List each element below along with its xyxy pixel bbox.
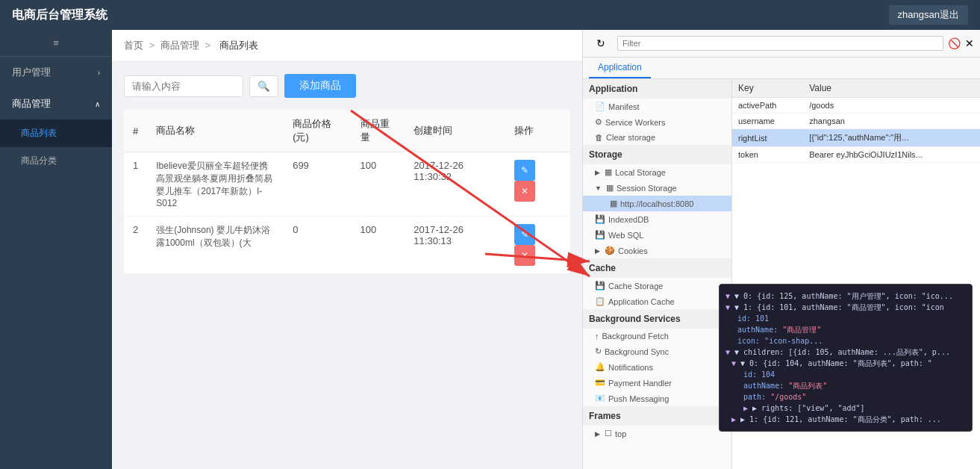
- edit-button[interactable]: ✎: [514, 160, 535, 181]
- triangle-cookies-icon: ▶: [595, 247, 600, 255]
- breadcrumb-home[interactable]: 首页: [124, 40, 143, 51]
- chevron-down-icon: ∧: [95, 100, 100, 108]
- refresh-icon: ↻: [596, 37, 605, 49]
- localhost-icon: ▦: [610, 199, 617, 208]
- cell-id: 1: [124, 152, 147, 217]
- storage-value: /goods: [803, 98, 980, 114]
- devtools-filter-input[interactable]: [617, 36, 943, 51]
- dt-local-storage[interactable]: ▶ ▦ Local Storage: [583, 164, 731, 180]
- search-icon: 🔍: [258, 81, 270, 92]
- triangle-right-icon: ▶: [595, 169, 600, 176]
- storage-key: rightList: [732, 129, 803, 147]
- frames-top-icon: ☐: [605, 429, 612, 438]
- search-input[interactable]: [124, 75, 243, 97]
- devtools-clear-button[interactable]: 🚫: [948, 37, 961, 49]
- breadcrumb: 首页 > 商品管理 > 商品列表: [112, 30, 582, 62]
- chevron-right-icon: ›: [98, 69, 100, 77]
- edit-button[interactable]: ✎: [514, 224, 535, 245]
- dt-frames-top[interactable]: ▶ ☐ top: [583, 426, 731, 441]
- code-line-1: ▼ ▼ 0: {id: 125, authName: "用户管理", icon:…: [725, 291, 966, 302]
- devtools-header: ↻ 🚫 ✕: [583, 30, 980, 58]
- code-line-8: id: 104: [725, 369, 966, 380]
- delete-button[interactable]: ✕: [514, 181, 535, 202]
- storage-value: zhangsan: [803, 114, 980, 129]
- application-cache-icon: 📋: [595, 296, 605, 306]
- dt-background-fetch[interactable]: ↑ Background Fetch: [583, 329, 731, 344]
- dt-cookies[interactable]: ▶ 🍪 Cookies: [583, 243, 731, 258]
- background-sync-icon: ↻: [595, 347, 602, 356]
- sidebar-item-users[interactable]: 用户管理 ›: [0, 57, 112, 88]
- storage-key: username: [732, 114, 803, 129]
- dt-clear-storage[interactable]: 🗑 Clear storage: [583, 130, 731, 145]
- dt-web-sql[interactable]: 💾 Web SQL: [583, 227, 731, 243]
- app-header: 电商后台管理系统 zhangsan退出: [0, 0, 980, 30]
- dt-session-storage[interactable]: ▼ ▦ Session Storage: [583, 180, 731, 196]
- dt-indexed-db[interactable]: 💾 IndexedDB: [583, 211, 731, 227]
- push-messaging-icon: 📧: [595, 394, 605, 403]
- payment-handler-icon: 💳: [595, 378, 605, 388]
- code-line-11: ▶ ▶ rights: ["view", "add"]: [725, 403, 966, 414]
- notifications-icon: 🔔: [595, 362, 605, 372]
- tab-application[interactable]: Application: [589, 58, 651, 78]
- cell-created: 2017-12-26 11:30:32: [405, 152, 505, 217]
- col-商品价格(元): 商品价格(元): [284, 110, 351, 152]
- search-button[interactable]: 🔍: [249, 75, 278, 97]
- cell-created: 2017-12-26 11:30:13: [405, 217, 505, 274]
- dt-background-sync[interactable]: ↻ Background Sync: [583, 344, 731, 359]
- dt-localhost[interactable]: ▦ http://localhost:8080: [583, 196, 731, 211]
- devtools-close-button[interactable]: ✕: [965, 37, 974, 49]
- cookies-icon: 🍪: [605, 246, 615, 255]
- sidebar-item-goods[interactable]: 商品管理 ∧: [0, 88, 112, 119]
- storage-row[interactable]: rightList [{"id":125,"authName":"用...: [732, 129, 980, 147]
- products-table: #商品名称商品价格(元)商品重量创建时间操作 1 Ibelieve爱贝丽全车超轻…: [124, 110, 570, 274]
- dt-service-workers[interactable]: ⚙ Service Workers: [583, 114, 731, 130]
- cell-name: 强生(Johnson) 婴儿牛奶沐浴露1000ml（双包装）(大: [147, 217, 284, 274]
- cell-weight: 100: [352, 217, 405, 274]
- table-body: 1 Ibelieve爱贝丽全车超轻便携高景观坐躺冬夏两用折叠简易婴儿推车（201…: [124, 152, 570, 274]
- cell-id: 2: [124, 217, 147, 274]
- dt-application-cache[interactable]: 📋 Application Cache: [583, 293, 731, 309]
- sidebar-item-goods-category[interactable]: 商品分类: [0, 147, 112, 175]
- table-row: 1 Ibelieve爱贝丽全车超轻便携高景观坐躺冬夏两用折叠简易婴儿推车（201…: [124, 152, 570, 217]
- cell-price: 699: [284, 152, 351, 217]
- breadcrumb-parent[interactable]: 商品管理: [160, 40, 199, 51]
- code-line-9: authName: "商品列表": [725, 380, 966, 391]
- dt-section-frames: Frames: [583, 406, 731, 426]
- sidebar: ≡ 用户管理 › 商品管理 ∧ 商品列表 商品分类: [0, 30, 112, 469]
- devtools-refresh-button[interactable]: ↻: [589, 33, 613, 54]
- code-line-6: ▼ ▼ children: [{id: 105, authName: ...品列…: [725, 347, 966, 358]
- content-body: 🔍 添加商品 #商品名称商品价格(元)商品重量创建时间操作 1 Ibelieve…: [112, 62, 582, 469]
- storage-row[interactable]: activePath /goods: [732, 98, 980, 114]
- code-line-7: ▼ ▼ 0: {id: 104, authName: "商品列表", path:…: [725, 358, 966, 369]
- storage-row[interactable]: username zhangsan: [732, 114, 980, 129]
- dt-notifications[interactable]: 🔔 Notifications: [583, 359, 731, 375]
- dt-cache-storage[interactable]: 💾 Cache Storage: [583, 278, 731, 293]
- local-storage-icon: ▦: [605, 167, 612, 177]
- delete-button[interactable]: ✕: [514, 245, 535, 266]
- dt-manifest[interactable]: 📄 Manifest: [583, 99, 731, 114]
- add-product-button[interactable]: 添加商品: [284, 74, 356, 98]
- dt-payment-handler[interactable]: 💳 Payment Handler: [583, 375, 731, 391]
- clear-icon: 🚫: [948, 37, 961, 49]
- dt-section-background: Background Services: [583, 309, 731, 329]
- sidebar-collapse-btn[interactable]: ≡: [0, 30, 112, 57]
- breadcrumb-current: 商品列表: [219, 40, 258, 51]
- col-操作: 操作: [505, 110, 570, 152]
- dt-push-messaging[interactable]: 📧 Push Messaging: [583, 391, 731, 406]
- cell-actions: ✎ ✕: [505, 217, 570, 274]
- col-key: Key: [732, 79, 803, 98]
- code-line-10: path: "/goods": [725, 391, 966, 403]
- dt-section-storage: Storage: [583, 145, 731, 164]
- devtools-tabs: Application: [583, 58, 980, 79]
- toolbar: 🔍 添加商品: [124, 74, 570, 98]
- dt-section-application: Application: [583, 79, 731, 99]
- cell-price: 0: [284, 217, 351, 274]
- col-商品重量: 商品重量: [352, 110, 405, 152]
- storage-table: Key Value activePath /goods username zha…: [732, 79, 980, 163]
- storage-row[interactable]: token Bearer eyJhbGciOiJIUzI1Nils...: [732, 147, 980, 163]
- col-商品名称: 商品名称: [147, 110, 284, 152]
- user-logout[interactable]: zhangsan退出: [889, 5, 968, 25]
- sidebar-item-goods-list[interactable]: 商品列表: [0, 119, 112, 147]
- content-area: 首页 > 商品管理 > 商品列表 🔍 添加商品 #商品名称商品价格(元)商品重量…: [112, 30, 582, 469]
- code-line-5: icon: "icon-shap...: [725, 335, 966, 347]
